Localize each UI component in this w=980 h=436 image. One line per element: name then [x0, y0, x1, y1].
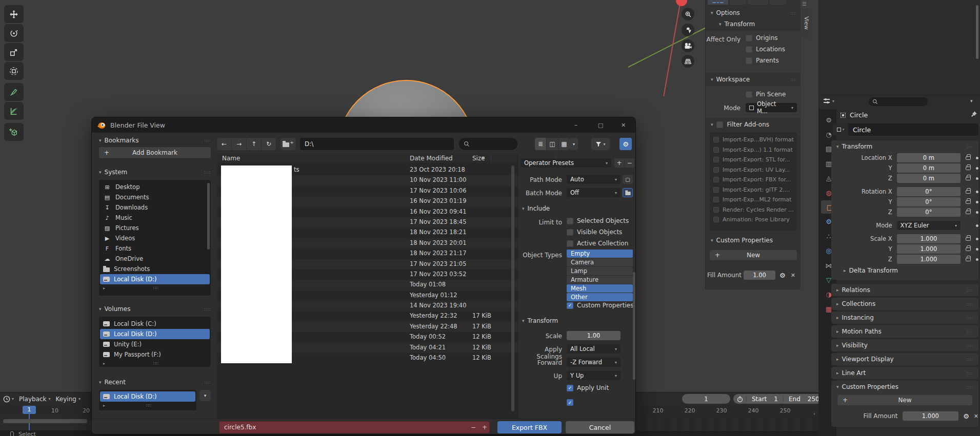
transform-value-field[interactable]: 0°: [897, 187, 961, 196]
frame-number-field[interactable]: 1: [682, 394, 730, 404]
camera-view-icon[interactable]: [682, 39, 694, 52]
pin-icon[interactable]: [971, 111, 977, 117]
batch-own-dir-icon[interactable]: [623, 188, 633, 197]
system-list-scrollbar[interactable]: [207, 183, 210, 250]
list-resize-handle[interactable]: ▸∷∷: [99, 402, 196, 409]
transform-value-field[interactable]: 0°: [897, 197, 961, 206]
sidebar-item-local-disk-d[interactable]: Local Disk (D:): [100, 274, 210, 284]
sidebar-item-pictures[interactable]: ▨Pictures: [100, 223, 210, 233]
animate-dot[interactable]: [976, 238, 978, 240]
add-bookmark-button[interactable]: +Add Bookmark: [99, 147, 211, 158]
sidebar-item-documents[interactable]: ▤Documents: [100, 192, 210, 202]
props-fill-amount-field[interactable]: 1.000: [903, 411, 959, 421]
sidebar-collapsed-tabs[interactable]: [708, 0, 786, 5]
transform-value-field[interactable]: 0°: [897, 207, 961, 217]
rotate-tool-button[interactable]: [4, 24, 24, 42]
panel-relations[interactable]: Relations: [831, 284, 978, 296]
animate-dot[interactable]: [976, 258, 978, 261]
transform-value-field[interactable]: 1.000: [897, 255, 961, 264]
up-directory-button[interactable]: ↑: [247, 138, 261, 150]
sidebar-item-videos[interactable]: ▶Videos: [100, 233, 210, 243]
lock-icon[interactable]: [966, 211, 971, 214]
addon-checkbox[interactable]: [713, 137, 719, 142]
sidebar-item-local-disk-d[interactable]: Local Disk (D:): [100, 329, 210, 339]
panel-motion-paths[interactable]: Motion Paths: [831, 325, 978, 338]
lock-icon[interactable]: [966, 237, 971, 241]
addon-checkbox[interactable]: [713, 187, 719, 193]
apply-scalings-dropdown[interactable]: All Local: [567, 344, 621, 354]
animate-dot[interactable]: [976, 201, 978, 203]
timeline-editor-type-button[interactable]: ▾: [3, 396, 14, 403]
addon-checkbox[interactable]: [713, 217, 719, 222]
lock-icon[interactable]: [966, 177, 971, 180]
npanel-new-property-button[interactable]: +New: [710, 250, 797, 260]
addon-checkbox[interactable]: [713, 157, 719, 162]
panel-collections[interactable]: Collections: [831, 298, 978, 310]
sidebar-item-desktop[interactable]: ⊞Desktop: [100, 182, 210, 192]
display-vertical-list-icon[interactable]: ≣: [535, 138, 546, 150]
object-type-lamp[interactable]: Lamp: [567, 267, 633, 275]
properties-filter-button[interactable]: ▾: [970, 98, 973, 103]
apply-unit-checkbox[interactable]: [567, 385, 573, 391]
path-mode-dropdown[interactable]: Auto: [567, 175, 621, 184]
panel-line-art[interactable]: Line Art: [831, 367, 978, 379]
addon-checkbox[interactable]: [713, 177, 719, 182]
pan-hand-icon[interactable]: [682, 24, 694, 36]
options-panel-header[interactable]: Options: [711, 9, 797, 16]
panel-visibility[interactable]: Visibility: [831, 339, 978, 351]
zoom-icon[interactable]: [682, 8, 694, 20]
maximize-button[interactable]: □: [598, 122, 603, 129]
sidebar-item-downloads[interactable]: ↧Downloads: [100, 202, 210, 213]
object-type-mesh[interactable]: Mesh: [567, 284, 633, 293]
batch-mode-dropdown[interactable]: Off: [567, 188, 621, 197]
transform-value-field[interactable]: 1.000: [897, 244, 961, 254]
transform-section-header[interactable]: Transform: [522, 317, 558, 324]
start-frame-field[interactable]: Start1: [747, 396, 784, 403]
path-input[interactable]: D:\: [300, 138, 454, 150]
sidebar-item-local-disk-d[interactable]: Local Disk (D:): [100, 391, 195, 402]
addon-checkbox[interactable]: [713, 207, 719, 213]
transform-tool-button[interactable]: [4, 62, 24, 80]
origins-checkbox[interactable]: [746, 35, 752, 41]
current-frame-marker[interactable]: 1: [23, 406, 36, 414]
recent-options-button[interactable]: ▾: [199, 390, 211, 401]
filter-toggle-button[interactable]: ▾: [591, 138, 610, 150]
timeline-hscrollbar[interactable]: [3, 419, 87, 423]
close-icon[interactable]: ✕: [791, 272, 795, 279]
props-new-property-button[interactable]: +New: [837, 395, 972, 405]
create-directory-button[interactable]: +: [281, 138, 296, 150]
lock-icon[interactable]: [966, 156, 971, 160]
sidebar-item-music[interactable]: ♪Music: [100, 213, 210, 223]
operator-presets-dropdown[interactable]: Operator Presets: [521, 158, 611, 168]
sidebar-item-my-passport-f[interactable]: My Passport (F:): [100, 349, 210, 360]
workspace-panel-header[interactable]: Workspace: [711, 76, 797, 83]
transform-value-field[interactable]: 0 m: [897, 153, 961, 162]
minimize-button[interactable]: –: [574, 121, 577, 129]
object-id-icon[interactable]: ▾: [833, 123, 848, 136]
sidebar-item-unity-e[interactable]: Unity (E:): [100, 339, 210, 349]
panel-viewport-display[interactable]: Viewport Display: [831, 353, 978, 365]
filename-increment-button[interactable]: +: [482, 424, 487, 431]
animate-dot[interactable]: [976, 248, 978, 251]
transform-value-field[interactable]: 0 m: [897, 163, 961, 173]
fill-amount-field[interactable]: 1.00: [744, 271, 775, 280]
selected-objects-checkbox[interactable]: [567, 218, 573, 224]
custom-properties-checkbox[interactable]: [567, 302, 573, 309]
forward-button[interactable]: →: [232, 138, 246, 150]
animate-dot[interactable]: [976, 157, 978, 159]
filename-decrement-button[interactable]: −: [471, 424, 476, 431]
export-fbx-button[interactable]: Export FBX: [497, 421, 562, 433]
file-list-scrollbar[interactable]: [511, 165, 514, 411]
rotation-mode-dropdown[interactable]: XYZ Euler: [897, 221, 961, 230]
transform-panel-header[interactable]: Transform: [831, 140, 978, 153]
recent-header[interactable]: Recent: [99, 379, 211, 386]
filter-addons-header[interactable]: Filter Add-ons: [711, 121, 769, 128]
props-custom-properties-header[interactable]: Custom Properties: [831, 381, 978, 393]
move-tool-button[interactable]: [4, 5, 24, 23]
filename-input[interactable]: circle5.fbx − +: [219, 421, 490, 433]
display-thumbnails-icon[interactable]: ▦: [558, 138, 570, 150]
gear-icon[interactable]: ⚙: [963, 412, 969, 420]
timeline-ruler-right[interactable]: 210220230240250: [640, 405, 818, 417]
bookmarks-header[interactable]: Bookmarks: [99, 137, 211, 144]
lock-icon[interactable]: [966, 190, 971, 194]
